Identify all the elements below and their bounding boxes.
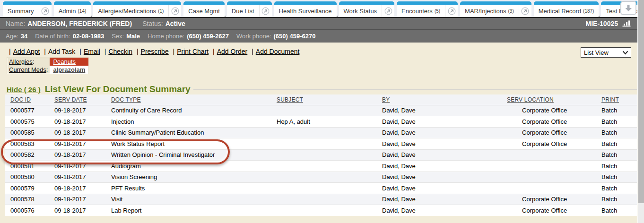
- document-row[interactable]: 0000577 09-18-2017 Continuity of Care Re…: [5, 105, 637, 116]
- serv-date-cell: 09-18-2017: [49, 194, 105, 205]
- column-sort-link[interactable]: SERV DATE: [54, 96, 87, 103]
- document-row[interactable]: 0000580 09-18-2017 Vision Screening Davi…: [5, 172, 637, 183]
- action-link[interactable]: Add Document: [256, 48, 300, 55]
- serv-date-cell: 09-18-2017: [49, 161, 105, 172]
- subject-cell: [271, 127, 376, 138]
- flowsheet-chart-icon[interactable]: [622, 20, 632, 27]
- allergy-meds-panel: Allergies: Peanuts Current Meds: alprazo…: [7, 57, 89, 74]
- chart-tab[interactable]: Due List: [227, 1, 272, 17]
- tab-label: Admin: [59, 8, 76, 15]
- vertical-scrollbar[interactable]: [637, 0, 644, 223]
- work-phone-label: Work phone:: [236, 33, 271, 40]
- doc-type-cell: PFT Results: [105, 183, 271, 194]
- column-sort-link[interactable]: PRINT: [601, 96, 619, 103]
- tab-accent-bar: [534, 1, 599, 5]
- subject-cell: [271, 161, 376, 172]
- column-sort-link[interactable]: DOC TYPE: [111, 96, 141, 103]
- tab-accent-bar: [54, 1, 91, 5]
- chart-tab[interactable]: Allergies/Medications (1): [93, 1, 181, 17]
- med-value-box: alprazolam: [50, 66, 88, 74]
- allergies-link[interactable]: Allergies: [9, 58, 33, 65]
- chart-tab[interactable]: Encounters (5): [397, 1, 458, 17]
- table-body: 0000577 09-18-2017 Continuity of Care Re…: [5, 105, 637, 216]
- allergy-peanuts-link[interactable]: Peanuts: [53, 58, 76, 65]
- tab-popup-button[interactable]: [445, 5, 458, 17]
- popup-arrow-icon: [384, 7, 392, 15]
- document-row[interactable]: 0000581 09-18-2017 Audiogram David, Dave…: [5, 161, 637, 172]
- action-link[interactable]: Email: [84, 48, 100, 55]
- document-row[interactable]: 0000583 09-18-2017 Work Status Report Da…: [5, 138, 637, 150]
- document-row[interactable]: 0000578 09-18-2017 Visit David, Dave Cor…: [5, 194, 637, 205]
- colon: :: [46, 66, 48, 73]
- document-row[interactable]: 0000576 09-18-2017 Lab Report David, Dav…: [5, 205, 637, 216]
- dob-label: Date of birth:: [35, 33, 70, 40]
- subject-cell: [271, 138, 376, 150]
- tab-label: Health Surveillance: [279, 8, 332, 15]
- doc-id-cell: 0000580: [5, 172, 49, 183]
- chart-tab[interactable]: Work Status: [339, 1, 395, 17]
- tab-accent-bar: [274, 1, 337, 5]
- table-header-row: DOC ID SERV DATE DOC TYPE SUBJECT BY SER…: [5, 94, 637, 105]
- tab-accent-bar: [397, 1, 458, 5]
- serv-location-cell: Corporate Office: [501, 127, 596, 138]
- subject-cell: [271, 172, 376, 183]
- action-link[interactable]: Print Chart: [177, 48, 209, 55]
- tab-popup-button[interactable]: [259, 5, 272, 17]
- tab-overflow-button[interactable]: [620, 1, 636, 15]
- serv-date-cell: 09-18-2017: [49, 116, 105, 128]
- popup-arrow-icon: [448, 7, 456, 15]
- document-summary-header: Hide ( 26 ) List View For Document Summa…: [7, 84, 637, 94]
- action-separator: |: [173, 48, 175, 55]
- document-row[interactable]: 0000579 09-18-2017 PFT Results David, Da…: [5, 183, 637, 194]
- subject-cell: [271, 149, 376, 161]
- current-meds-link[interactable]: Current Meds: [9, 66, 46, 73]
- by-cell: David, Dave: [376, 172, 501, 183]
- action-link[interactable]: Add Appt: [13, 48, 40, 55]
- action-separator: |: [213, 48, 215, 55]
- chart-tab[interactable]: Case Mgmt: [183, 1, 224, 17]
- column-sort-link[interactable]: DOC ID: [10, 96, 31, 103]
- by-cell: David, Dave: [376, 127, 501, 138]
- action-link[interactable]: Add Task: [48, 48, 75, 55]
- scrollbar-thumb[interactable]: [638, 0, 644, 203]
- chart-tab[interactable]: MAR/Injections (3): [460, 1, 531, 17]
- doc-id-cell: 0000585: [5, 127, 49, 138]
- serv-date-cell: 09-18-2017: [49, 149, 105, 161]
- subject-cell: Hep A, adult: [271, 116, 376, 128]
- column-sort-link[interactable]: BY: [382, 96, 390, 103]
- doc-id-cell: 0000576: [5, 205, 49, 216]
- patient-status: Active: [165, 20, 185, 27]
- action-separator: |: [252, 48, 253, 55]
- hide-count-link[interactable]: Hide ( 26 ): [7, 86, 41, 94]
- column-sort-link[interactable]: SERV LOCATION: [507, 96, 554, 103]
- tab-label: Work Status: [344, 8, 377, 15]
- tab-popup-button[interactable]: [519, 5, 531, 17]
- patient-sex: Male: [126, 33, 140, 40]
- chart-tab[interactable]: Summary: [3, 1, 52, 17]
- view-mode-select[interactable]: List View: [581, 47, 631, 58]
- action-link[interactable]: Checkin: [108, 48, 132, 55]
- sex-label: Sex:: [112, 33, 124, 40]
- tab-popup-button[interactable]: [168, 5, 181, 17]
- document-row[interactable]: 0000585 09-18-2017 Clinic Summary/Patien…: [5, 127, 637, 138]
- tab-popup-button[interactable]: [382, 5, 394, 17]
- doc-type-cell: Lab Report: [105, 205, 271, 216]
- action-link[interactable]: Add Order: [217, 48, 248, 55]
- tab-count-badge: (5): [435, 9, 440, 14]
- tab-label: MAR/Injections: [465, 8, 506, 15]
- chart-tab[interactable]: Admin (14): [54, 1, 91, 17]
- name-label: Name:: [6, 20, 25, 27]
- med-alprazolam-link[interactable]: alprazolam: [53, 66, 85, 73]
- action-link[interactable]: Prescribe: [141, 48, 169, 55]
- document-row[interactable]: 0000575 09-18-2017 Injection Hep A, adul…: [5, 116, 637, 128]
- action-separator: |: [137, 48, 139, 55]
- serv-location-cell: [501, 172, 596, 183]
- tab-popup-button[interactable]: [39, 5, 52, 17]
- document-row[interactable]: 0000582 09-18-2017 Written Opinion - Cri…: [5, 149, 637, 161]
- by-cell: David, Dave: [376, 116, 501, 128]
- chart-tab[interactable]: Health Surveillance: [274, 1, 337, 17]
- chart-tab[interactable]: Medical Record (187): [534, 1, 599, 17]
- tab-count-badge: (1): [158, 9, 164, 14]
- subject-cell: [271, 205, 376, 216]
- column-sort-link[interactable]: SUBJECT: [277, 96, 303, 103]
